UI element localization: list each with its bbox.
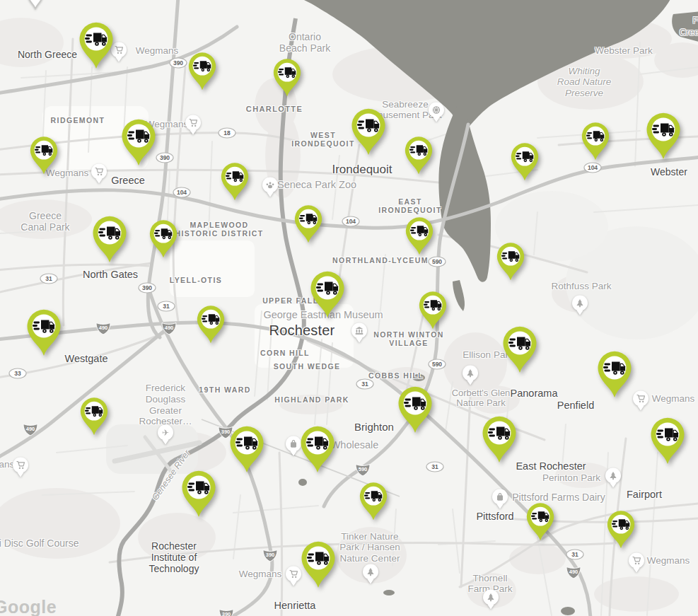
district-label: LYELL-OTIS bbox=[170, 276, 222, 284]
delivery-truck-pin[interactable] bbox=[644, 111, 682, 163]
cart-poi-icon[interactable] bbox=[632, 390, 650, 415]
state-route-shield: 390 bbox=[138, 282, 156, 296]
interstate-shield: 390 bbox=[262, 547, 279, 565]
delivery-truck-pin[interactable] bbox=[605, 509, 636, 552]
interstate-shield: 490 bbox=[95, 320, 112, 338]
delivery-truck-pin[interactable] bbox=[480, 414, 518, 467]
district-label: CHARLOTTE bbox=[246, 105, 303, 114]
district-label: SOUTH WEDGE bbox=[274, 362, 341, 371]
delivery-truck-pin[interactable] bbox=[77, 21, 115, 73]
delivery-truck-pin[interactable] bbox=[595, 349, 634, 402]
state-route-shield: 31 bbox=[566, 549, 584, 563]
delivery-truck-pin[interactable] bbox=[495, 241, 526, 284]
delivery-truck-pin[interactable] bbox=[78, 396, 110, 439]
delivery-truck-pin[interactable] bbox=[195, 304, 226, 347]
tree-poi-icon[interactable] bbox=[361, 563, 380, 588]
place-label: Chili Disc Golf Course bbox=[0, 537, 78, 549]
place-label: Creek bbox=[680, 28, 698, 38]
cart-poi-icon[interactable] bbox=[11, 456, 30, 482]
generic-map-pin-icon[interactable] bbox=[26, 0, 45, 13]
state-route-shield: 390 bbox=[156, 152, 174, 166]
state-route-shield: 104 bbox=[583, 162, 602, 176]
interstate-shield: 490 bbox=[161, 320, 178, 338]
delivery-truck-pin[interactable] bbox=[272, 57, 303, 100]
delivery-truck-pin[interactable] bbox=[299, 540, 337, 592]
google-watermark: Google bbox=[0, 597, 57, 616]
svg-text:✈: ✈ bbox=[162, 428, 169, 438]
svg-text:390: 390 bbox=[160, 154, 170, 161]
svg-text:31: 31 bbox=[163, 303, 170, 310]
svg-text:390: 390 bbox=[173, 59, 183, 66]
city-label: Brighton bbox=[354, 421, 394, 433]
svg-text:390: 390 bbox=[266, 552, 275, 558]
state-route-shield: 390 bbox=[169, 57, 187, 71]
tree-poi-icon[interactable] bbox=[571, 294, 589, 320]
delivery-truck-pin[interactable] bbox=[349, 107, 388, 159]
state-route-shield: 33 bbox=[8, 368, 27, 382]
tree-poi-icon[interactable] bbox=[604, 467, 622, 492]
ferris-poi-icon[interactable] bbox=[427, 101, 446, 127]
delivery-truck-pin[interactable] bbox=[403, 135, 434, 178]
svg-text:104: 104 bbox=[177, 189, 187, 196]
state-route-shield: 31 bbox=[157, 301, 175, 315]
cart-poi-icon[interactable] bbox=[184, 114, 202, 139]
delivery-truck-pin[interactable] bbox=[648, 416, 687, 468]
place-label: GreeceCanal Park bbox=[21, 210, 69, 233]
svg-text:104: 104 bbox=[588, 164, 598, 171]
delivery-truck-pin[interactable] bbox=[28, 135, 59, 178]
delivery-truck-pin[interactable] bbox=[293, 204, 324, 247]
svg-text:490: 490 bbox=[165, 325, 174, 331]
interstate-shield: 590 bbox=[354, 462, 371, 480]
place-label: Rothfuss Park bbox=[552, 281, 612, 292]
map-canvas[interactable]: North GreeceGreeceNorth GatesWestgateRoc… bbox=[0, 0, 698, 616]
museum-poi-icon[interactable] bbox=[350, 322, 368, 347]
state-route-shield: 590 bbox=[428, 359, 446, 373]
delivery-truck-pin[interactable] bbox=[187, 51, 218, 94]
delivery-truck-pin[interactable] bbox=[91, 214, 129, 267]
svg-text:31: 31 bbox=[361, 380, 368, 388]
city-label: Rochester bbox=[269, 322, 335, 339]
delivery-truck-pin[interactable] bbox=[228, 424, 266, 477]
state-route-shield: 104 bbox=[173, 187, 191, 201]
delivery-truck-pin[interactable] bbox=[180, 469, 218, 521]
paw-poi-icon[interactable] bbox=[261, 176, 279, 202]
city-label: Penfield bbox=[557, 400, 594, 412]
city-label: Fairport bbox=[627, 489, 662, 501]
place-label: FrederickDouglassGreaterRochester… bbox=[139, 383, 192, 426]
delivery-truck-pin[interactable] bbox=[396, 385, 434, 437]
place-label: Forest bbox=[693, 16, 698, 26]
delivery-truck-pin[interactable] bbox=[120, 117, 158, 170]
place-label: Corbett's GlenNature Park bbox=[452, 388, 511, 409]
delivery-truck-pin[interactable] bbox=[404, 216, 435, 259]
delivery-truck-pin[interactable] bbox=[580, 121, 611, 164]
plane-poi-icon[interactable]: ✈ bbox=[156, 424, 175, 449]
district-label: MAPLEWOODHISTORIC DISTRICT bbox=[175, 221, 263, 238]
delivery-truck-pin[interactable] bbox=[417, 290, 448, 333]
svg-text:390: 390 bbox=[222, 611, 231, 616]
tree-poi-icon[interactable] bbox=[482, 588, 500, 614]
delivery-truck-pin[interactable] bbox=[25, 308, 63, 360]
tree-poi-icon[interactable] bbox=[461, 364, 479, 390]
svg-text:590: 590 bbox=[432, 258, 442, 265]
place-label: Webster Park bbox=[595, 45, 653, 57]
bag-poi-icon[interactable] bbox=[491, 488, 509, 513]
delivery-truck-pin[interactable] bbox=[509, 141, 540, 185]
district-label: COBBS HILL bbox=[368, 371, 424, 380]
svg-text:390: 390 bbox=[142, 284, 152, 291]
cart-poi-icon[interactable] bbox=[90, 163, 108, 188]
svg-text:490: 490 bbox=[99, 325, 108, 331]
delivery-truck-pin[interactable] bbox=[501, 325, 539, 377]
delivery-truck-pin[interactable] bbox=[219, 161, 250, 204]
svg-text:104: 104 bbox=[346, 218, 356, 225]
interstate-shield: 490 bbox=[22, 422, 39, 439]
delivery-truck-pin[interactable] bbox=[298, 424, 337, 477]
delivery-truck-pin[interactable] bbox=[358, 481, 389, 524]
delivery-truck-pin[interactable] bbox=[148, 219, 179, 262]
city-label: North Greece bbox=[18, 49, 77, 60]
svg-text:31: 31 bbox=[431, 463, 438, 470]
delivery-truck-pin[interactable] bbox=[308, 269, 347, 322]
delivery-truck-pin[interactable] bbox=[525, 501, 556, 545]
place-label: Wegmans bbox=[652, 393, 695, 405]
district-label: 19TH WARD bbox=[199, 385, 250, 394]
cart-poi-icon[interactable] bbox=[627, 552, 646, 577]
